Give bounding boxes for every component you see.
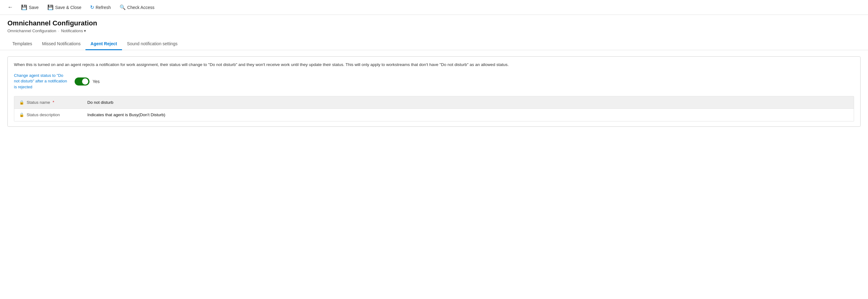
status-name-text: Do not disturb [87,100,113,105]
tab-templates-label: Templates [12,41,32,46]
toggle-wrapper: Yes [74,78,100,86]
status-description-label-cell: 🔒 Status description [14,110,82,120]
toolbar: ← 💾 Save 💾 Save & Close ↻ Refresh 🔍 Chec… [0,0,868,15]
breadcrumb-current-label: Notifications [61,29,83,33]
status-table: 🔒 Status name * Do not disturb 🔒 Status … [14,96,854,121]
check-access-label: Check Access [127,5,155,10]
tab-sound-notification-settings-label: Sound notification settings [127,41,178,46]
toggle-label: Change agent status to "Do not disturb" … [14,73,70,90]
tab-agent-reject[interactable]: Agent Reject [86,38,122,50]
save-button[interactable]: 💾 Save [18,3,42,11]
agent-status-toggle[interactable] [74,78,90,86]
tab-missed-notifications-label: Missed Notifications [42,41,81,46]
lock-icon-status-description: 🔒 [19,113,24,117]
breadcrumb-current[interactable]: Notifications ▾ [61,29,86,33]
status-name-label-cell: 🔒 Status name * [14,97,82,107]
status-name-value: Do not disturb [82,98,854,107]
info-text: When this is turned on and an agent reje… [14,62,854,68]
breadcrumb-dropdown-icon: ▾ [84,29,86,33]
save-close-icon: 💾 [48,4,54,10]
status-name-row: 🔒 Status name * Do not disturb [14,96,854,109]
status-description-label: Status description [27,113,60,117]
refresh-label: Refresh [96,5,111,10]
required-star-status-name: * [53,100,54,105]
refresh-icon: ↻ [90,4,94,10]
check-access-icon: 🔍 [120,4,126,10]
tabs-bar: Templates Missed Notifications Agent Rej… [0,38,868,50]
breadcrumb-parent[interactable]: Omnichannel Configuration [7,29,56,33]
back-icon: ← [7,4,13,10]
lock-icon-status-name: 🔒 [19,100,24,105]
status-description-text: Indicates that agent is Busy(Don't Distu… [87,113,165,117]
agent-reject-card: When this is turned on and an agent reje… [7,56,861,127]
tab-templates[interactable]: Templates [7,38,37,50]
status-description-value: Indicates that agent is Busy(Don't Distu… [82,110,854,120]
page-title: Omnichannel Configuration [7,19,861,27]
refresh-button[interactable]: ↻ Refresh [87,3,114,11]
tab-missed-notifications[interactable]: Missed Notifications [37,38,86,50]
breadcrumb: Omnichannel Configuration · Notification… [7,29,861,33]
toggle-row: Change agent status to "Do not disturb" … [14,73,854,90]
status-description-row: 🔒 Status description Indicates that agen… [14,109,854,121]
save-close-label: Save & Close [55,5,82,10]
content-area: When this is turned on and an agent reje… [0,50,868,133]
save-label: Save [29,5,39,10]
save-close-button[interactable]: 💾 Save & Close [44,3,85,11]
save-icon: 💾 [21,4,27,10]
breadcrumb-separator: · [58,29,59,33]
toggle-value: Yes [93,79,100,84]
check-access-button[interactable]: 🔍 Check Access [117,3,158,11]
back-button[interactable]: ← [5,3,16,12]
tab-sound-notification-settings[interactable]: Sound notification settings [122,38,182,50]
tab-agent-reject-label: Agent Reject [90,41,117,46]
status-name-label: Status name [27,100,50,105]
page-header: Omnichannel Configuration Omnichannel Co… [0,15,868,33]
